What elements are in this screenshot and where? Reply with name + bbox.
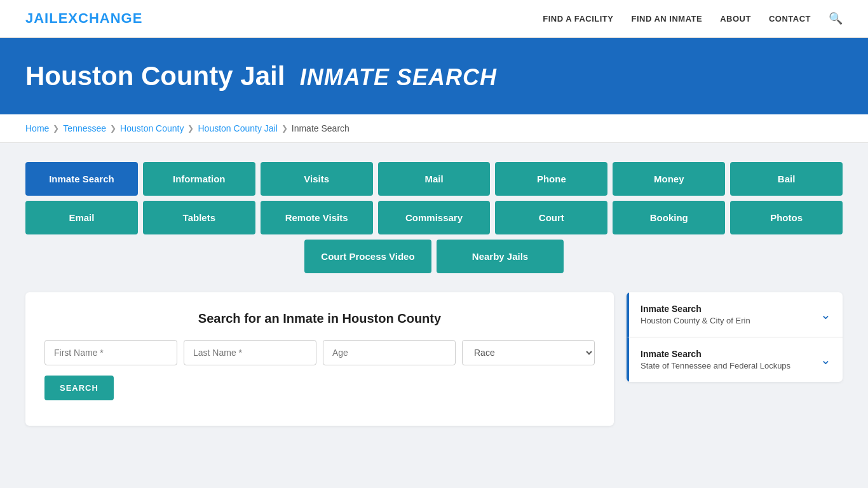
tabs-row-2: Email Tablets Remote Visits Commissary C… [25, 201, 843, 234]
first-name-input[interactable] [44, 340, 177, 365]
breadcrumb-houston-county-jail[interactable]: Houston County Jail [198, 123, 277, 133]
breadcrumb-sep-2: ❯ [110, 124, 116, 133]
chevron-down-icon-2: ⌄ [820, 352, 831, 367]
tab-nearby-jails[interactable]: Nearby Jails [437, 240, 564, 273]
sidebar-item-houston-county[interactable]: Inmate Search Houston County & City of E… [627, 292, 843, 337]
main-nav: FIND A FACILITY FIND AN INMATE ABOUT CON… [543, 11, 843, 25]
sidebar-item-title-2: Inmate Search [641, 349, 790, 359]
tab-mail[interactable]: Mail [378, 162, 491, 196]
tab-photos[interactable]: Photos [730, 201, 843, 234]
hero-title-main: Houston County Jail [25, 61, 285, 91]
tab-email[interactable]: Email [25, 201, 138, 234]
header-search-button[interactable]: 🔍 [829, 11, 843, 25]
breadcrumb-tennessee[interactable]: Tennessee [63, 123, 106, 133]
search-button[interactable]: SEARCH [44, 376, 114, 400]
nav-about[interactable]: ABOUT [720, 14, 751, 24]
sidebar-item-subtitle-2: State of Tennessee and Federal Lockups [641, 361, 790, 370]
breadcrumb-sep-3: ❯ [187, 124, 194, 133]
search-fields: Race White Black Hispanic Asian Other [44, 340, 595, 365]
breadcrumb-sep-1: ❯ [53, 124, 59, 133]
logo-jail: JAIL [25, 10, 58, 26]
tab-tablets[interactable]: Tablets [143, 201, 255, 234]
lower-section: Search for an Inmate in Houston County R… [25, 292, 843, 426]
search-card: Search for an Inmate in Houston County R… [25, 292, 614, 426]
sidebar-item-subtitle-1: Houston County & City of Erin [641, 316, 750, 325]
tab-money[interactable]: Money [613, 162, 725, 196]
tab-booking[interactable]: Booking [613, 201, 725, 234]
sidebar-item-tennessee[interactable]: Inmate Search State of Tennessee and Fed… [627, 337, 843, 382]
tab-information[interactable]: Information [143, 162, 255, 196]
sidebar-item-title-1: Inmate Search [641, 304, 750, 314]
tabs-row-3: Court Process Video Nearby Jails [25, 240, 843, 273]
breadcrumb-bar: Home ❯ Tennessee ❯ Houston County ❯ Hous… [0, 114, 868, 143]
tab-phone[interactable]: Phone [495, 162, 607, 196]
sidebar-item-text-2: Inmate Search State of Tennessee and Fed… [641, 349, 790, 370]
logo[interactable]: JAILEXCHANGE [25, 10, 142, 27]
breadcrumb-sep-4: ❯ [281, 124, 288, 133]
hero-banner: Houston County Jail INMATE SEARCH [0, 38, 868, 114]
logo-exchange: EXCHANGE [58, 10, 143, 26]
tab-inmate-search[interactable]: Inmate Search [25, 162, 138, 196]
breadcrumb-current: Inmate Search [292, 123, 349, 133]
nav-find-inmate[interactable]: FIND AN INMATE [631, 14, 702, 24]
search-title: Search for an Inmate in Houston County [44, 311, 595, 326]
breadcrumb: Home ❯ Tennessee ❯ Houston County ❯ Hous… [25, 123, 843, 133]
main-content: Inmate Search Information Visits Mail Ph… [0, 143, 868, 445]
breadcrumb-houston-county[interactable]: Houston County [120, 123, 184, 133]
tabs-grid: Inmate Search Information Visits Mail Ph… [25, 162, 843, 273]
breadcrumb-home[interactable]: Home [25, 123, 49, 133]
tab-commissary[interactable]: Commissary [378, 201, 491, 234]
hero-title-sub: INMATE SEARCH [300, 64, 497, 90]
nav-contact[interactable]: CONTACT [769, 14, 811, 24]
sidebar-item-text-1: Inmate Search Houston County & City of E… [641, 304, 750, 325]
race-select[interactable]: Race White Black Hispanic Asian Other [462, 340, 595, 365]
hero-title: Houston County Jail INMATE SEARCH [25, 61, 843, 92]
tab-remote-visits[interactable]: Remote Visits [261, 201, 373, 234]
tab-court-process-video[interactable]: Court Process Video [304, 240, 431, 273]
chevron-down-icon-1: ⌄ [820, 307, 831, 322]
tab-bail[interactable]: Bail [730, 162, 843, 196]
age-input[interactable] [323, 340, 456, 365]
nav-find-facility[interactable]: FIND A FACILITY [543, 14, 613, 24]
tab-visits[interactable]: Visits [261, 162, 373, 196]
sidebar: Inmate Search Houston County & City of E… [627, 292, 843, 382]
tab-court[interactable]: Court [495, 201, 607, 234]
header: JAILEXCHANGE FIND A FACILITY FIND AN INM… [0, 0, 868, 38]
tabs-row-1: Inmate Search Information Visits Mail Ph… [25, 162, 843, 196]
last-name-input[interactable] [184, 340, 316, 365]
